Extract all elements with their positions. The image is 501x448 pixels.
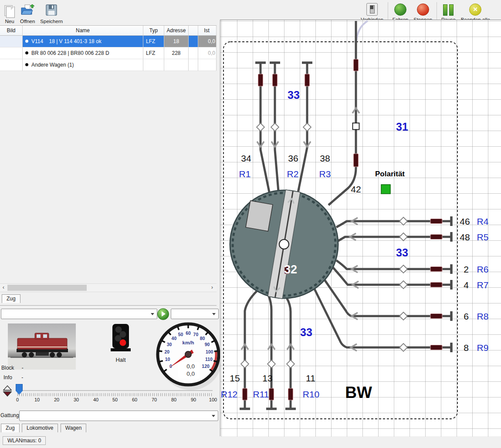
bridge-number-label: 32 [284, 263, 297, 276]
tab-wagen[interactable]: Wagen [61, 424, 87, 432]
speed-value-top: 0,0 [186, 363, 195, 370]
svg-text:70: 70 [193, 332, 199, 337]
header-bild[interactable]: Bild [0, 26, 23, 36]
svg-text:110: 110 [205, 357, 213, 362]
direction-indicator-icon [189, 59, 198, 71]
svg-text:R2: R2 [287, 169, 299, 179]
header-name[interactable]: Name [23, 26, 143, 36]
svg-text:48: 48 [460, 232, 470, 242]
tab-lokomotive[interactable]: Lokomotive [22, 424, 58, 432]
svg-text:38: 38 [320, 153, 330, 163]
loco-adresse-cell [164, 59, 189, 71]
status-dot [25, 51, 28, 54]
svg-text:10: 10 [165, 357, 170, 362]
speed-slider[interactable]: 0 10 20 30 40 50 60 70 80 90 100 [16, 383, 214, 402]
signal-icon [107, 324, 134, 354]
slider-rail[interactable] [17, 390, 213, 391]
track-diagram-panel[interactable]: 32 33 31 34 36 38 R1 R2 R3 Polarität 42 … [220, 20, 501, 436]
svg-text:90: 90 [205, 342, 210, 347]
svg-text:11: 11 [306, 373, 315, 383]
loco-ist-cell [198, 59, 217, 71]
open-folder-icon [20, 4, 34, 17]
loco-table-header: Bild Name Typ Adresse Ist [0, 26, 217, 36]
loco-adresse-cell: 18 [164, 36, 189, 47]
svg-text:Polarität: Polarität [375, 170, 405, 178]
svg-text:120: 120 [202, 364, 210, 369]
scroll-left-icon[interactable]: ‹ [0, 284, 7, 292]
new-file-icon [4, 5, 15, 17]
svg-text:42: 42 [351, 184, 361, 194]
table-row[interactable]: BR 80 006 228 | BR80 006 228 D LFZ 228 0… [0, 47, 217, 59]
open-button-label: Öffnen [20, 19, 35, 24]
svg-text:R8: R8 [477, 311, 489, 321]
svg-text:13: 13 [262, 373, 272, 383]
direction-indicator-icon[interactable] [189, 47, 198, 59]
zug-tabstrip: Zug [0, 294, 217, 306]
svg-text:R9: R9 [477, 343, 489, 353]
loco-typ-cell: LFZ [143, 36, 164, 47]
horizontal-scrollbar[interactable]: ‹ › [0, 283, 217, 292]
svg-text:8: 8 [464, 343, 469, 353]
polarity-indicator[interactable] [381, 185, 390, 194]
svg-text:R5: R5 [477, 232, 489, 242]
save-floppy-icon [45, 4, 58, 17]
loco-thumbnail [0, 47, 23, 59]
turntable-hub[interactable] [279, 239, 289, 249]
block-value: - [22, 365, 24, 371]
speedometer: 0 10 20 30 40 50 60 70 80 90 100 110 120… [152, 320, 223, 392]
svg-text:34: 34 [241, 153, 251, 163]
svg-text:15: 15 [230, 373, 240, 383]
svg-text:2: 2 [464, 264, 469, 274]
header-ist[interactable]: Ist [198, 26, 217, 36]
drive-green-icon [394, 3, 406, 16]
svg-text:R1: R1 [239, 169, 251, 179]
status-wlanmaus: WLANmaus: 0 [3, 436, 46, 445]
header-adresse[interactable]: Adresse [164, 26, 189, 36]
gattung-label: Gattung [0, 412, 19, 418]
status-dot [25, 63, 28, 66]
direction-indicator-icon[interactable] [189, 36, 198, 47]
mode-combobox[interactable]: Halbautomatisch [171, 309, 219, 319]
signal-display[interactable]: Halt [107, 324, 134, 363]
svg-text:46: 46 [460, 216, 470, 226]
loco-thumbnail [0, 36, 23, 47]
svg-text:36: 36 [288, 153, 298, 163]
svg-text:33: 33 [300, 326, 312, 338]
info-label: Info [3, 374, 12, 381]
svg-text:4: 4 [464, 280, 469, 290]
svg-text:40: 40 [172, 336, 177, 341]
svg-text:R11: R11 [253, 389, 269, 399]
svg-text:20: 20 [164, 349, 169, 354]
save-button[interactable]: Speichern [37, 0, 65, 25]
header-direction[interactable] [189, 26, 198, 36]
svg-text:33: 33 [396, 246, 408, 259]
scrollbar-thumb[interactable] [7, 285, 87, 291]
svg-text:100: 100 [206, 349, 213, 354]
direction-toggle-icon[interactable] [3, 385, 12, 398]
table-row[interactable]: Andere Wagen (1) [0, 59, 217, 71]
start-button[interactable] [157, 308, 169, 320]
svg-text:80: 80 [200, 336, 205, 341]
svg-text:R10: R10 [303, 389, 320, 399]
info-row: Info - [3, 374, 23, 381]
slider-ticks [17, 393, 213, 396]
tab-zug[interactable]: Zug [1, 424, 20, 432]
close-x-icon: ✕ [469, 3, 481, 16]
header-typ[interactable]: Typ [143, 26, 164, 36]
turntable[interactable]: 32 [230, 190, 338, 299]
new-button[interactable]: Neu [2, 0, 17, 25]
table-row[interactable]: V114 18 | V 114 401-3 18 ok LFZ 18 0,0 [0, 36, 217, 47]
tab-zug-top[interactable]: Zug [2, 294, 20, 303]
scroll-right-icon[interactable]: › [209, 284, 216, 292]
open-button[interactable]: Öffnen [17, 0, 37, 25]
save-button-label: Speichern [40, 19, 63, 24]
train-select-combobox[interactable]: V114 18 : 18 V114 [1, 309, 157, 319]
svg-text:R7: R7 [477, 280, 489, 290]
loco-typ-cell: LFZ [143, 47, 164, 59]
status-dot [25, 40, 28, 43]
toolbar-separator [437, 2, 437, 21]
gattung-combobox[interactable]: LFZ : LFZ Leerfahrt [19, 411, 218, 421]
svg-text:30: 30 [167, 342, 172, 347]
speed-value-bottom: 0,0 [186, 371, 195, 377]
turnout-square[interactable] [353, 123, 359, 130]
